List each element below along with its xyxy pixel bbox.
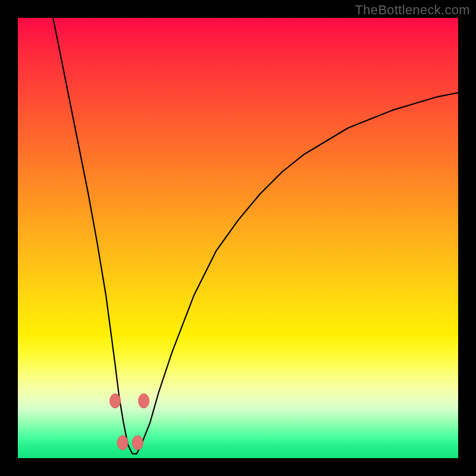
- curve-marker: [117, 436, 128, 450]
- curve-marker: [139, 394, 149, 408]
- plot-area: [18, 18, 458, 458]
- curve-marker: [110, 394, 121, 408]
- chart-stage: TheBottleneck.com: [0, 0, 476, 476]
- chart-svg: [18, 18, 458, 458]
- watermark-text: TheBottleneck.com: [355, 2, 470, 18]
- bottleneck-curve: [53, 18, 458, 454]
- curve-marker: [132, 436, 143, 450]
